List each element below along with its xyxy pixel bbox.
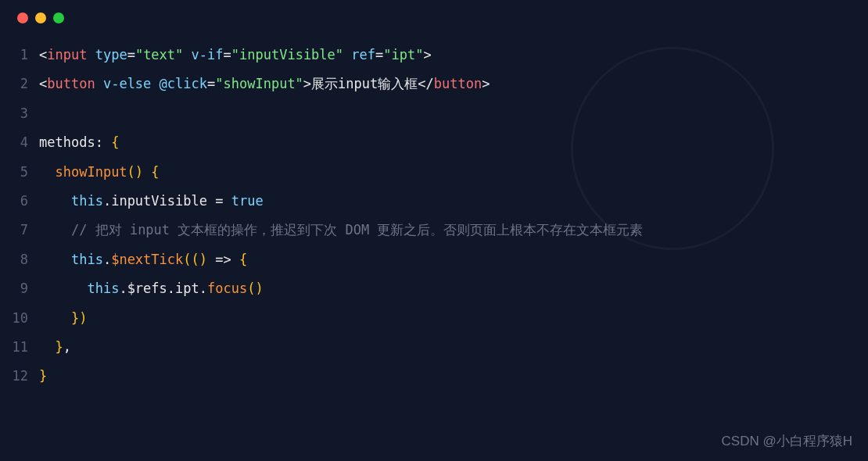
code-token: = [207,76,215,91]
code-token: . [119,281,127,296]
code-token: ref [351,47,375,63]
line-content[interactable]: this.inputVisible = true [39,187,264,216]
code-token: this [87,281,119,296]
code-token: this [71,252,103,267]
code-line[interactable]: 1<input type="text" v-if="inputVisible" … [0,41,868,70]
line-content[interactable]: }) [39,304,87,333]
code-token: => [207,252,239,267]
code-token: : [95,134,103,150]
line-content[interactable]: // 把对 input 文本框的操作，推迟到下次 DOM 更新之后。否则页面上根… [39,216,643,245]
line-content[interactable]: methods: { [39,128,119,157]
code-token: = [224,47,231,63]
code-token [87,47,95,63]
code-token: $refs [127,281,167,296]
code-token: > [303,76,311,91]
code-token [39,339,55,355]
code-token [103,134,111,150]
code-token [143,164,151,180]
minimize-icon[interactable] [35,13,46,23]
line-number: 8 [0,245,39,274]
code-token [39,164,55,180]
code-token: v-else [103,76,151,91]
code-token [39,193,71,209]
code-token: methods [39,134,95,150]
code-token: . [103,252,111,267]
code-token [39,252,71,267]
code-line[interactable]: 3 [0,99,868,128]
code-token: ipt [175,281,199,296]
close-icon[interactable] [17,13,28,23]
code-token: }) [71,310,87,326]
code-token [39,310,71,326]
code-token: inputVisible [111,193,207,209]
line-content[interactable]: showInput() { [39,158,160,187]
code-token: < [39,76,47,91]
line-number: 2 [0,70,39,98]
code-line[interactable]: 10 }) [0,304,868,333]
code-token: this [71,193,103,209]
code-line[interactable]: 7 // 把对 input 文本框的操作，推迟到下次 DOM 更新之后。否则页面… [0,216,868,245]
code-token: true [231,193,264,209]
code-token: showInput [55,164,127,180]
code-token: focus [207,281,247,296]
code-token [343,47,351,63]
line-content[interactable]: <button v-else @click="showInput">展示inpu… [39,70,490,98]
code-token: @click [160,76,207,91]
code-token: () [247,281,263,296]
code-token: ) [199,252,207,267]
code-line[interactable]: 2<button v-else @click="showInput">展示inp… [0,70,868,98]
code-editor[interactable]: 1<input type="text" v-if="inputVisible" … [0,23,868,391]
window-controls [0,0,868,23]
code-token: "showInput" [215,76,303,91]
code-token: // 把对 input 文本框的操作，推迟到下次 DOM 更新之后。否则页面上根… [71,222,644,238]
line-number: 10 [0,304,39,333]
code-token [151,76,159,91]
code-line[interactable]: 9 this.$refs.ipt.focus() [0,274,868,303]
code-token: 展示input输入框 [311,76,418,91]
code-token: , [63,339,71,355]
code-line[interactable]: 8 this.$nextTick(() => { [0,245,868,274]
code-token: { [239,252,247,267]
code-token: button [434,76,482,91]
line-number: 4 [0,128,39,157]
code-token: (( [183,252,199,267]
line-number: 12 [0,362,39,391]
line-number: 6 [0,187,39,216]
code-token [95,76,103,91]
line-content[interactable]: this.$nextTick(() => { [39,245,247,274]
code-token: type [95,47,127,63]
line-number: 1 [0,41,39,70]
line-content[interactable]: this.$refs.ipt.focus() [39,274,264,303]
line-content[interactable]: }, [39,333,71,362]
line-number: 3 [0,99,39,128]
code-token: </ [418,76,433,91]
code-token: "text" [135,47,183,63]
code-token: = [207,193,231,209]
watermark-text: CSDN @小白程序猿H [722,432,852,450]
code-token [39,222,71,238]
code-line[interactable]: 4methods: { [0,128,868,157]
code-token: button [47,76,95,91]
line-number: 5 [0,158,39,187]
code-token: . [167,281,175,296]
line-content[interactable]: <input type="text" v-if="inputVisible" r… [39,41,432,70]
code-token: . [103,193,111,209]
code-token: = [375,47,383,63]
code-token: input [47,47,87,63]
code-token: "inputVisible" [231,47,343,63]
code-line[interactable]: 6 this.inputVisible = true [0,187,868,216]
code-token: { [151,164,159,180]
code-token: } [39,368,47,384]
code-token: . [199,281,207,296]
code-token: > [423,47,431,63]
code-token: = [127,47,135,63]
line-number: 7 [0,216,39,245]
code-line[interactable]: 12} [0,362,868,391]
code-line[interactable]: 11 }, [0,333,868,362]
line-content[interactable]: } [39,362,47,391]
code-token: { [111,134,119,150]
code-token: } [55,339,63,355]
code-token [39,281,87,296]
maximize-icon[interactable] [53,13,64,23]
code-line[interactable]: 5 showInput() { [0,158,868,187]
